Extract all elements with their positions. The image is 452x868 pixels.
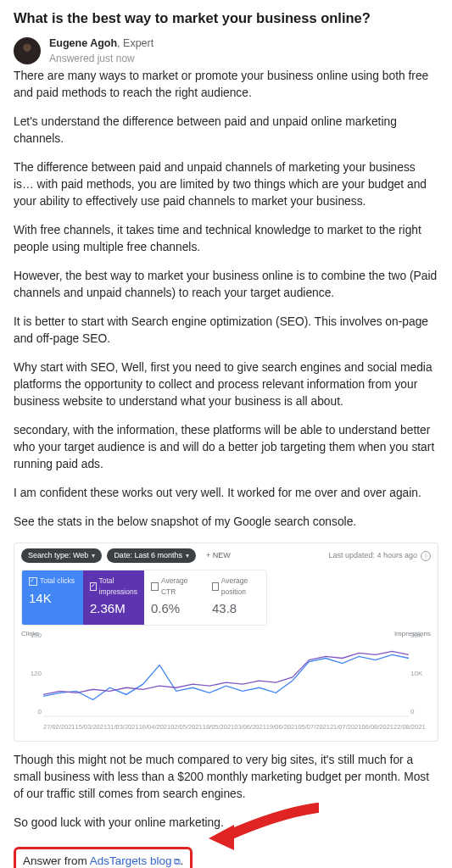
annotation-arrow-icon [209,803,319,854]
metric-impressions: Total impressions 2.36M [83,570,144,624]
source-link[interactable]: AdsTargets blog [90,854,172,867]
answer-paragraph: Though this might not be much compared t… [14,752,438,803]
last-updated: Last updated: 4 hours ago i [328,550,431,561]
question-title[interactable]: What is the best way to market your busi… [14,8,438,29]
answer-paragraph: Let's understand the difference between … [14,114,438,147]
answer-paragraph: There are many ways to market or promote… [14,68,438,102]
performance-chart: Clicks Impressions 1501200 30K10K0 27/02… [21,631,431,732]
answer-paragraph: With free channels, it takes time and te… [14,222,438,256]
author-avatar[interactable] [14,37,41,64]
metric-cards: Total clicks 14K Total impressions 2.36M… [21,570,267,625]
chevron-down-icon: ▾ [186,551,189,561]
add-filter: + NEW [206,550,231,561]
source-suffix: . [181,854,184,867]
answer-paragraph: See the stats in the below snapshot of m… [14,514,438,531]
chevron-down-icon: ▾ [92,551,95,561]
answer-paragraph: Why start with SEO, Well, first you need… [14,359,438,410]
answer-paragraph: However, the best way to market your bus… [14,268,438,302]
author-row: Eugene Agoh, Expert Answered just now [14,36,438,67]
author-name[interactable]: Eugene Agoh [49,37,117,49]
source-prefix: Answer from [23,854,90,867]
author-role: , Expert [117,37,153,49]
info-icon: i [421,551,431,561]
metric-position: Average position 43.8 [205,570,266,624]
answer-paragraph: I am confident these works out very well… [14,485,438,502]
filter-chip-search-type: Search type: Web ▾ [21,548,102,563]
answered-time: Answered just now [49,52,153,66]
svg-marker-1 [209,825,234,850]
answer-source-highlight: Answer from AdsTargets blog⧉. [14,847,193,868]
metric-clicks: Total clicks 14K [22,570,83,624]
filter-chip-date: Date: Last 6 months ▾ [107,548,196,563]
answer-paragraph: The difference between paid and unpaid c… [14,159,438,210]
answer-body: There are many ways to market or promote… [14,68,438,868]
external-link-icon: ⧉ [174,856,181,866]
search-console-screenshot: Search type: Web ▾ Date: Last 6 months ▾… [14,542,438,741]
answer-paragraph: secondary, with the information, these p… [14,422,438,473]
metric-ctr: Average CTR 0.6% [144,570,205,624]
answer-paragraph: It is better to start with Search engine… [14,314,438,348]
